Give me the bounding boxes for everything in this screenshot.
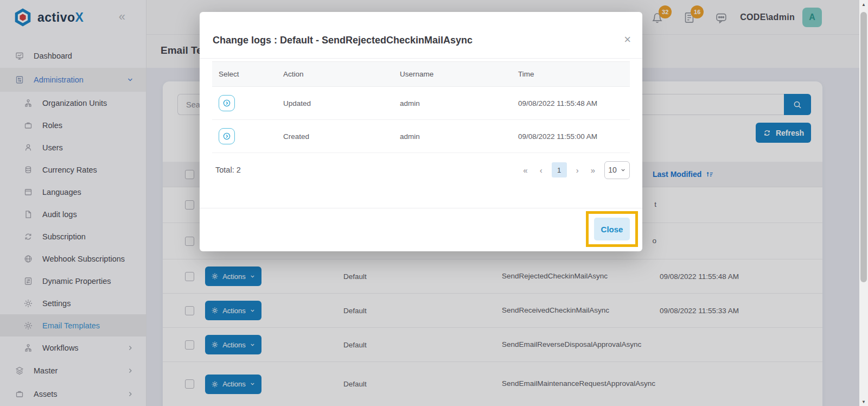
prev-page-button[interactable]: ‹: [537, 166, 545, 175]
changelog-row: Updated admin 09/08/2022 11:55:48 AM: [212, 87, 630, 120]
pagination: « ‹ 1 › » 10: [520, 161, 630, 179]
time-cell: 09/08/2022 11:55:48 AM: [518, 99, 630, 107]
view-change-button[interactable]: [219, 128, 235, 144]
changelog-row: Created admin 09/08/2022 11:55:00 AM: [212, 120, 630, 153]
circle-arrow-right-icon: [222, 131, 232, 141]
last-page-button[interactable]: »: [588, 166, 598, 175]
total-count: Total: 2: [215, 166, 241, 174]
scroll-up-arrow[interactable]: ▲: [859, 0, 868, 9]
username-cell: admin: [400, 99, 518, 107]
change-logs-modal: Change logs : Default - SendRejectedChec…: [200, 12, 642, 251]
column-action: Action: [283, 70, 400, 78]
circle-arrow-right-icon: [222, 98, 232, 108]
chevron-down-icon: [620, 167, 626, 173]
vertical-scrollbar: ▲ ▼: [859, 0, 868, 406]
username-cell: admin: [400, 132, 518, 141]
column-username: Username: [400, 70, 518, 78]
page-number-button[interactable]: 1: [552, 162, 567, 177]
close-button[interactable]: Close: [594, 218, 630, 240]
scrollbar-thumb[interactable]: [860, 12, 867, 282]
modal-footer-divider: [200, 208, 642, 208]
column-time: Time: [518, 70, 630, 78]
modal-header-divider: [200, 58, 642, 59]
scroll-down-arrow[interactable]: ▼: [859, 397, 868, 406]
next-page-button[interactable]: ›: [573, 166, 582, 175]
action-cell: Updated: [283, 99, 400, 107]
column-select: Select: [219, 70, 283, 78]
first-page-button[interactable]: «: [520, 166, 530, 175]
time-cell: 09/08/2022 11:55:00 AM: [518, 132, 630, 141]
page-size-value: 10: [608, 166, 617, 174]
close-icon[interactable]: ×: [624, 35, 631, 45]
modal-title: Change logs : Default - SendRejectedChec…: [213, 35, 473, 46]
click-highlight-ring: Close: [586, 211, 638, 247]
modal-table-footer: Total: 2 « ‹ 1 › » 10: [212, 153, 630, 187]
page-size-select[interactable]: 10: [604, 161, 630, 179]
modal-table-header: Select Action Username Time: [212, 61, 630, 87]
view-change-button[interactable]: [219, 95, 235, 111]
action-cell: Created: [283, 132, 400, 141]
